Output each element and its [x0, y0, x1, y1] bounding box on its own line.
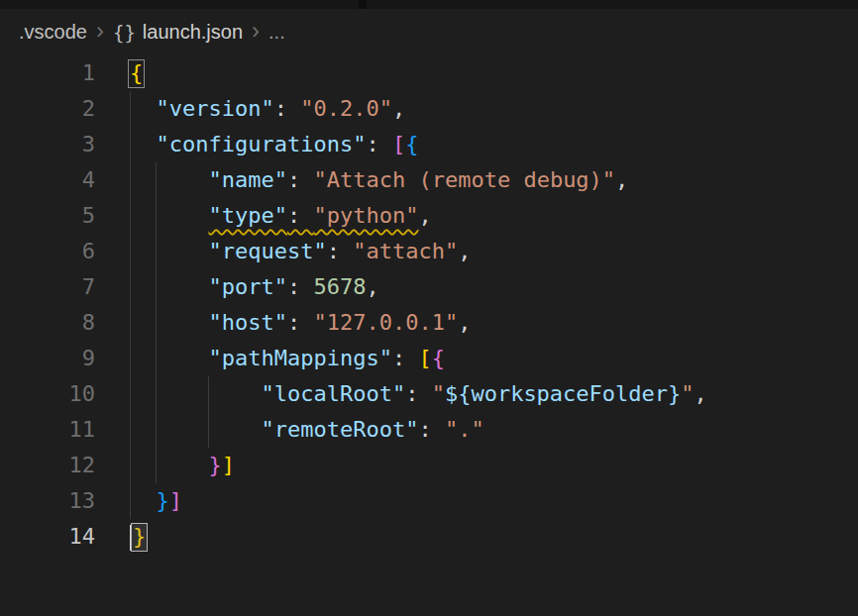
code-line[interactable]: 14}: [0, 519, 858, 555]
line-number[interactable]: 9: [0, 341, 95, 376]
code-token: ".": [445, 417, 484, 442]
code-line[interactable]: 6 "request": "attach",: [0, 234, 858, 269]
line-number[interactable]: 6: [0, 234, 95, 269]
code-text: "port": 5678,: [95, 269, 379, 305]
code-text: "name": "Attach (remote debug)",: [95, 162, 628, 198]
code-token: ,: [458, 239, 471, 263]
code-token: ${workspaceFolder}: [445, 381, 681, 406]
code-text: }: [95, 519, 146, 555]
code-token: "localRoot": [261, 381, 405, 406]
code-token: [130, 96, 157, 121]
code-token: :: [287, 203, 314, 228]
chevron-right-icon: ›: [252, 19, 260, 43]
code-lines: 1{2 "version": "0.2.0",3 "configurations…: [0, 55, 858, 555]
line-number[interactable]: 12: [0, 448, 95, 483]
code-token: :: [327, 239, 354, 263]
code-line[interactable]: 9 "pathMappings": [{: [0, 341, 858, 376]
code-text: "host": "127.0.0.1",: [95, 305, 471, 341]
code-line[interactable]: 8 "host": "127.0.0.1",: [0, 305, 858, 341]
code-token: :: [366, 132, 392, 156]
code-token: [130, 167, 208, 192]
line-number[interactable]: 8: [0, 305, 95, 341]
code-line[interactable]: 1{: [0, 55, 858, 91]
code-token: "host": [208, 310, 286, 335]
line-number[interactable]: 14: [0, 519, 95, 555]
code-token: ,: [615, 167, 628, 192]
code-token: ,: [418, 203, 431, 228]
code-token: [130, 239, 208, 263]
code-line[interactable]: 5 "type": "python",: [0, 198, 858, 234]
breadcrumb-folder[interactable]: .vscode: [19, 21, 87, 44]
code-token: [130, 310, 208, 335]
code-token: "pathMappings": [208, 346, 391, 370]
code-token: "Attach (remote debug)": [313, 167, 615, 192]
code-token: [130, 488, 157, 513]
code-token: }: [208, 453, 221, 477]
code-token: "port": [208, 274, 286, 299]
code-token: ,: [392, 96, 405, 121]
code-token: [130, 381, 261, 406]
tab-divider: [359, 0, 367, 9]
code-token: ,: [366, 274, 378, 299]
line-number[interactable]: 2: [0, 91, 95, 127]
code-line[interactable]: 12 }]: [0, 448, 858, 483]
line-number[interactable]: 5: [0, 198, 95, 234]
line-number[interactable]: 13: [0, 483, 95, 519]
code-token: :: [287, 310, 314, 335]
code-token: }: [133, 519, 146, 555]
code-token: ,: [695, 381, 707, 406]
code-token: "name": [208, 167, 286, 192]
code-token: "remoteRoot": [261, 417, 418, 442]
line-number[interactable]: 7: [0, 269, 95, 305]
line-number[interactable]: 1: [0, 55, 95, 91]
code-token: [: [392, 132, 405, 156]
code-token: "python": [313, 203, 418, 228]
code-token: [130, 346, 208, 370]
code-token: "type": [208, 203, 286, 228]
code-text: "type": "python",: [95, 198, 432, 234]
code-token: [130, 203, 208, 228]
code-token: [130, 132, 157, 156]
code-token: :: [287, 167, 314, 192]
line-number[interactable]: 4: [0, 162, 95, 198]
code-token: ": [432, 381, 445, 406]
code-line[interactable]: 7 "port": 5678,: [0, 269, 858, 305]
code-token: ]: [169, 488, 182, 513]
breadcrumb: .vscode › {} launch.json › ...: [0, 9, 858, 55]
breadcrumb-file[interactable]: launch.json: [143, 21, 243, 44]
code-text: {: [95, 55, 143, 91]
code-token: [: [418, 346, 431, 370]
code-text: "localRoot": "${workspaceFolder}",: [95, 376, 707, 412]
code-token: :: [405, 381, 432, 406]
tab-bar-edge: [0, 0, 858, 9]
code-token: "127.0.0.1": [313, 310, 458, 335]
code-token: [130, 417, 261, 442]
code-token: "request": [208, 239, 326, 263]
code-text: }]: [95, 448, 235, 483]
code-token: [130, 274, 208, 299]
code-text: "version": "0.2.0",: [95, 91, 405, 127]
code-token: :: [418, 417, 445, 442]
code-line[interactable]: 4 "name": "Attach (remote debug)",: [0, 162, 858, 198]
code-line[interactable]: 3 "configurations": [{: [0, 127, 858, 162]
line-number[interactable]: 11: [0, 412, 95, 448]
code-token: {: [130, 55, 143, 91]
code-text: "configurations": [{: [95, 127, 418, 162]
code-line[interactable]: 10 "localRoot": "${workspaceFolder}",: [0, 376, 858, 412]
code-token: ,: [458, 310, 471, 335]
code-token: "configurations": [157, 132, 367, 156]
code-editor[interactable]: 1{2 "version": "0.2.0",3 "configurations…: [0, 55, 858, 555]
line-number[interactable]: 3: [0, 127, 95, 162]
code-text: "request": "attach",: [95, 234, 471, 269]
chevron-right-icon: ›: [96, 19, 104, 43]
code-line[interactable]: 13 }]: [0, 483, 858, 519]
code-line[interactable]: 2 "version": "0.2.0",: [0, 91, 858, 127]
code-token: "0.2.0": [300, 96, 392, 121]
code-token: ]: [222, 453, 235, 477]
line-number[interactable]: 10: [0, 376, 95, 412]
code-line[interactable]: 11 "remoteRoot": ".": [0, 412, 858, 448]
code-token: :: [392, 346, 419, 370]
code-token: "attach": [353, 239, 458, 263]
breadcrumb-symbol-ellipsis[interactable]: ...: [268, 21, 285, 44]
code-text: "remoteRoot": ".": [95, 412, 484, 448]
